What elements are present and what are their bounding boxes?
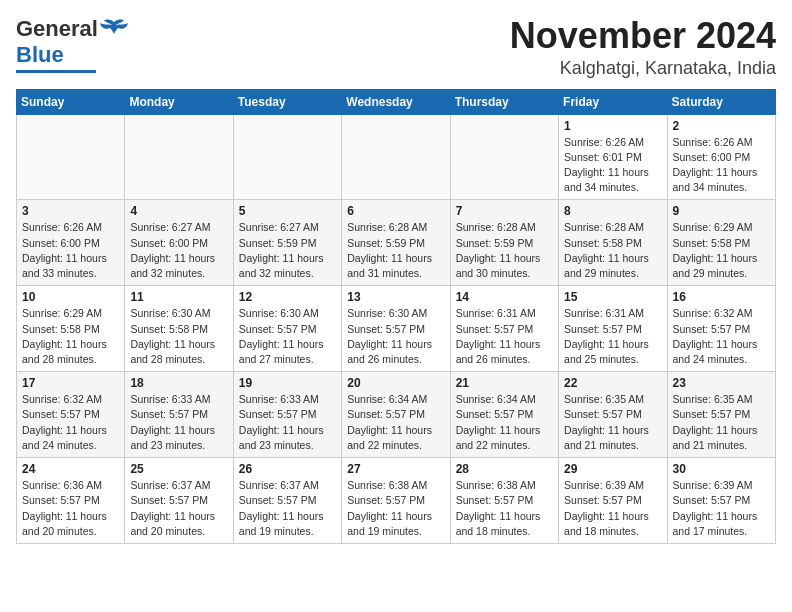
day-info: Sunrise: 6:26 AM Sunset: 6:00 PM Dayligh… xyxy=(22,220,119,281)
calendar-day-cell: 24Sunrise: 6:36 AM Sunset: 5:57 PM Dayli… xyxy=(17,458,125,544)
day-number: 27 xyxy=(347,462,444,476)
calendar-day-cell: 16Sunrise: 6:32 AM Sunset: 5:57 PM Dayli… xyxy=(667,286,775,372)
day-number: 15 xyxy=(564,290,661,304)
day-number: 5 xyxy=(239,204,336,218)
day-number: 23 xyxy=(673,376,770,390)
day-info: Sunrise: 6:34 AM Sunset: 5:57 PM Dayligh… xyxy=(456,392,553,453)
logo-bird-icon xyxy=(100,18,128,40)
day-info: Sunrise: 6:30 AM Sunset: 5:58 PM Dayligh… xyxy=(130,306,227,367)
day-number: 14 xyxy=(456,290,553,304)
day-info: Sunrise: 6:28 AM Sunset: 5:59 PM Dayligh… xyxy=(456,220,553,281)
day-info: Sunrise: 6:37 AM Sunset: 5:57 PM Dayligh… xyxy=(239,478,336,539)
month-title: November 2024 xyxy=(510,16,776,56)
calendar-week-row: 3Sunrise: 6:26 AM Sunset: 6:00 PM Daylig… xyxy=(17,200,776,286)
calendar-day-cell: 8Sunrise: 6:28 AM Sunset: 5:58 PM Daylig… xyxy=(559,200,667,286)
weekday-header: Thursday xyxy=(450,89,558,114)
calendar-day-cell: 18Sunrise: 6:33 AM Sunset: 5:57 PM Dayli… xyxy=(125,372,233,458)
day-info: Sunrise: 6:26 AM Sunset: 6:00 PM Dayligh… xyxy=(673,135,770,196)
calendar-day-cell: 9Sunrise: 6:29 AM Sunset: 5:58 PM Daylig… xyxy=(667,200,775,286)
calendar-day-cell xyxy=(125,114,233,200)
weekday-header: Tuesday xyxy=(233,89,341,114)
calendar-day-cell: 15Sunrise: 6:31 AM Sunset: 5:57 PM Dayli… xyxy=(559,286,667,372)
day-info: Sunrise: 6:33 AM Sunset: 5:57 PM Dayligh… xyxy=(239,392,336,453)
weekday-header: Saturday xyxy=(667,89,775,114)
day-number: 8 xyxy=(564,204,661,218)
day-number: 10 xyxy=(22,290,119,304)
weekday-header: Wednesday xyxy=(342,89,450,114)
day-number: 26 xyxy=(239,462,336,476)
calendar-day-cell xyxy=(17,114,125,200)
day-number: 9 xyxy=(673,204,770,218)
calendar-header-row: SundayMondayTuesdayWednesdayThursdayFrid… xyxy=(17,89,776,114)
calendar-week-row: 10Sunrise: 6:29 AM Sunset: 5:58 PM Dayli… xyxy=(17,286,776,372)
day-info: Sunrise: 6:39 AM Sunset: 5:57 PM Dayligh… xyxy=(564,478,661,539)
day-number: 22 xyxy=(564,376,661,390)
calendar-day-cell: 26Sunrise: 6:37 AM Sunset: 5:57 PM Dayli… xyxy=(233,458,341,544)
day-number: 19 xyxy=(239,376,336,390)
day-number: 7 xyxy=(456,204,553,218)
day-info: Sunrise: 6:26 AM Sunset: 6:01 PM Dayligh… xyxy=(564,135,661,196)
page-header: General Blue November 2024 Kalghatgi, Ka… xyxy=(16,16,776,79)
day-number: 24 xyxy=(22,462,119,476)
day-info: Sunrise: 6:30 AM Sunset: 5:57 PM Dayligh… xyxy=(239,306,336,367)
location-title: Kalghatgi, Karnataka, India xyxy=(510,58,776,79)
day-number: 17 xyxy=(22,376,119,390)
day-number: 13 xyxy=(347,290,444,304)
logo-underline xyxy=(16,70,96,73)
day-number: 29 xyxy=(564,462,661,476)
calendar-day-cell: 19Sunrise: 6:33 AM Sunset: 5:57 PM Dayli… xyxy=(233,372,341,458)
day-info: Sunrise: 6:35 AM Sunset: 5:57 PM Dayligh… xyxy=(673,392,770,453)
calendar-day-cell: 22Sunrise: 6:35 AM Sunset: 5:57 PM Dayli… xyxy=(559,372,667,458)
day-info: Sunrise: 6:28 AM Sunset: 5:59 PM Dayligh… xyxy=(347,220,444,281)
calendar-day-cell: 4Sunrise: 6:27 AM Sunset: 6:00 PM Daylig… xyxy=(125,200,233,286)
logo-general-text: General xyxy=(16,16,98,42)
weekday-header: Monday xyxy=(125,89,233,114)
calendar-day-cell: 17Sunrise: 6:32 AM Sunset: 5:57 PM Dayli… xyxy=(17,372,125,458)
day-info: Sunrise: 6:29 AM Sunset: 5:58 PM Dayligh… xyxy=(673,220,770,281)
calendar-day-cell: 28Sunrise: 6:38 AM Sunset: 5:57 PM Dayli… xyxy=(450,458,558,544)
calendar-day-cell: 23Sunrise: 6:35 AM Sunset: 5:57 PM Dayli… xyxy=(667,372,775,458)
calendar-week-row: 24Sunrise: 6:36 AM Sunset: 5:57 PM Dayli… xyxy=(17,458,776,544)
day-info: Sunrise: 6:38 AM Sunset: 5:57 PM Dayligh… xyxy=(456,478,553,539)
day-number: 3 xyxy=(22,204,119,218)
day-info: Sunrise: 6:33 AM Sunset: 5:57 PM Dayligh… xyxy=(130,392,227,453)
day-number: 18 xyxy=(130,376,227,390)
day-number: 21 xyxy=(456,376,553,390)
day-info: Sunrise: 6:34 AM Sunset: 5:57 PM Dayligh… xyxy=(347,392,444,453)
logo: General Blue xyxy=(16,16,128,73)
day-number: 30 xyxy=(673,462,770,476)
calendar-day-cell: 29Sunrise: 6:39 AM Sunset: 5:57 PM Dayli… xyxy=(559,458,667,544)
day-number: 6 xyxy=(347,204,444,218)
calendar-day-cell: 27Sunrise: 6:38 AM Sunset: 5:57 PM Dayli… xyxy=(342,458,450,544)
calendar-day-cell: 3Sunrise: 6:26 AM Sunset: 6:00 PM Daylig… xyxy=(17,200,125,286)
calendar-day-cell xyxy=(233,114,341,200)
calendar-table: SundayMondayTuesdayWednesdayThursdayFrid… xyxy=(16,89,776,544)
calendar-day-cell: 14Sunrise: 6:31 AM Sunset: 5:57 PM Dayli… xyxy=(450,286,558,372)
calendar-day-cell: 10Sunrise: 6:29 AM Sunset: 5:58 PM Dayli… xyxy=(17,286,125,372)
calendar-day-cell: 7Sunrise: 6:28 AM Sunset: 5:59 PM Daylig… xyxy=(450,200,558,286)
day-number: 16 xyxy=(673,290,770,304)
calendar-week-row: 17Sunrise: 6:32 AM Sunset: 5:57 PM Dayli… xyxy=(17,372,776,458)
day-info: Sunrise: 6:29 AM Sunset: 5:58 PM Dayligh… xyxy=(22,306,119,367)
day-info: Sunrise: 6:35 AM Sunset: 5:57 PM Dayligh… xyxy=(564,392,661,453)
day-info: Sunrise: 6:28 AM Sunset: 5:58 PM Dayligh… xyxy=(564,220,661,281)
calendar-day-cell: 30Sunrise: 6:39 AM Sunset: 5:57 PM Dayli… xyxy=(667,458,775,544)
logo-blue-text: Blue xyxy=(16,42,64,68)
calendar-day-cell: 2Sunrise: 6:26 AM Sunset: 6:00 PM Daylig… xyxy=(667,114,775,200)
day-info: Sunrise: 6:27 AM Sunset: 5:59 PM Dayligh… xyxy=(239,220,336,281)
day-info: Sunrise: 6:27 AM Sunset: 6:00 PM Dayligh… xyxy=(130,220,227,281)
day-info: Sunrise: 6:37 AM Sunset: 5:57 PM Dayligh… xyxy=(130,478,227,539)
day-number: 11 xyxy=(130,290,227,304)
day-number: 2 xyxy=(673,119,770,133)
day-number: 4 xyxy=(130,204,227,218)
calendar-day-cell: 1Sunrise: 6:26 AM Sunset: 6:01 PM Daylig… xyxy=(559,114,667,200)
calendar-day-cell: 5Sunrise: 6:27 AM Sunset: 5:59 PM Daylig… xyxy=(233,200,341,286)
calendar-day-cell: 25Sunrise: 6:37 AM Sunset: 5:57 PM Dayli… xyxy=(125,458,233,544)
day-number: 12 xyxy=(239,290,336,304)
calendar-day-cell: 13Sunrise: 6:30 AM Sunset: 5:57 PM Dayli… xyxy=(342,286,450,372)
day-number: 20 xyxy=(347,376,444,390)
day-info: Sunrise: 6:31 AM Sunset: 5:57 PM Dayligh… xyxy=(456,306,553,367)
calendar-week-row: 1Sunrise: 6:26 AM Sunset: 6:01 PM Daylig… xyxy=(17,114,776,200)
day-number: 28 xyxy=(456,462,553,476)
day-info: Sunrise: 6:36 AM Sunset: 5:57 PM Dayligh… xyxy=(22,478,119,539)
